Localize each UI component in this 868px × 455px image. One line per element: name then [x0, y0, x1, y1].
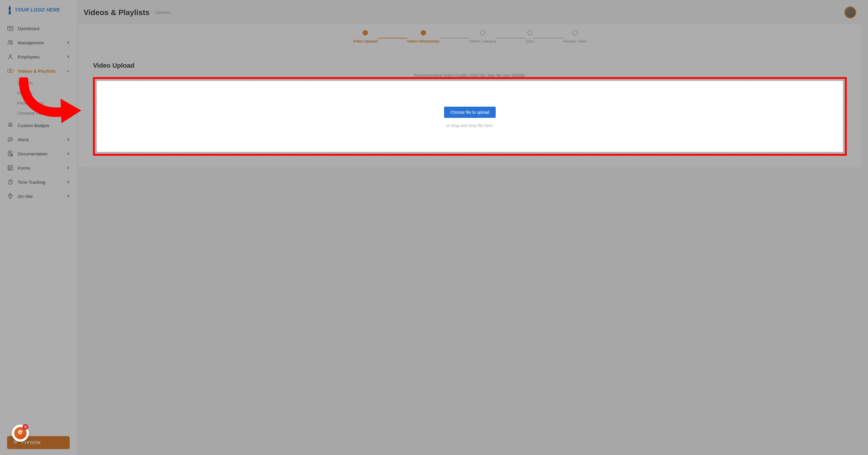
chevron-right-icon [67, 55, 70, 58]
sidebar-subitems: Libraries Playlists Priority Videos Comp… [0, 78, 77, 118]
chevron-right-icon [67, 166, 70, 169]
svg-point-8 [9, 139, 10, 139]
alert-icon [7, 137, 13, 142]
sidebar-item-employees[interactable]: Employees [0, 50, 77, 64]
sidebar-item-custom-badges[interactable]: Custom Badges [0, 118, 77, 132]
nav-label: Time Tracking [18, 180, 45, 184]
breadcrumb: Libraries [154, 10, 170, 15]
panel-title: Video Upload [93, 62, 847, 73]
sidebar-item-alerts[interactable]: Alerts [0, 132, 77, 146]
nav-label: Custom Badges [18, 123, 49, 128]
form-icon [7, 165, 13, 171]
logo-icon [7, 5, 12, 15]
step-review-video[interactable]: Review Video [563, 30, 587, 44]
step-connector [440, 38, 469, 38]
step-video-information[interactable]: Video Information [407, 30, 440, 44]
people-icon [7, 39, 13, 46]
svg-point-21 [9, 169, 9, 170]
step-circle-icon [421, 30, 426, 35]
video-icon [7, 68, 13, 74]
stepper: Video Upload Video Information Select Ca… [85, 30, 855, 44]
step-select-category[interactable]: Select Category [469, 30, 497, 44]
sidebar: YOUR LOGO HERE Dashboard Management Empl… [0, 0, 77, 455]
nav-label: On-Site [18, 194, 33, 199]
chevron-right-icon [67, 152, 70, 155]
sidebar-item-documentation[interactable]: Documentation [0, 146, 77, 161]
nav-label: Management [18, 40, 44, 45]
step-connector [534, 38, 563, 38]
step-circle-icon [363, 30, 368, 35]
person-icon [7, 54, 13, 60]
upload-panel: Video Upload Recommended Video Quality 1… [85, 54, 855, 165]
chevron-down-icon [67, 69, 70, 73]
logo-text: YOUR LOGO HERE [15, 7, 60, 13]
step-connector [378, 38, 407, 38]
page-title: Videos & Playlists [84, 8, 150, 17]
nav-label: Alerts [18, 137, 29, 142]
location-icon [7, 193, 13, 199]
step-connector [496, 38, 526, 38]
svg-line-25 [10, 182, 11, 183]
content-card: Video Upload Video Information Select Ca… [78, 24, 862, 168]
clock-icon [7, 179, 13, 185]
step-quiz[interactable]: Quiz [526, 30, 534, 44]
sidebar-item-time-tracking[interactable]: Time Tracking [0, 175, 77, 189]
step-circle-icon [527, 30, 533, 35]
main-content: Videos & Playlists Libraries Video Uploa… [77, 0, 868, 455]
nav-label: Dashboard [18, 26, 39, 31]
badge-icon [7, 122, 13, 128]
sidebar-item-forms[interactable]: Forms [0, 161, 77, 175]
svg-point-10 [11, 139, 11, 139]
svg-point-5 [9, 55, 11, 57]
step-label: Video Upload [353, 39, 378, 44]
sidebar-subitem-priority-videos[interactable]: Priority Videos [17, 98, 77, 108]
page-header: Videos & Playlists Libraries [78, 0, 862, 24]
svg-point-17 [9, 167, 9, 167]
svg-line-27 [12, 180, 13, 181]
step-label: Video Information [407, 39, 440, 44]
notification-badge[interactable]: 9 [12, 425, 29, 442]
sidebar-item-on-site[interactable]: On-Site [0, 189, 77, 203]
step-label: Quiz [526, 39, 534, 44]
highlight-annotation: Choose file to upload or drag and drop f… [93, 77, 847, 156]
chevron-right-icon [67, 180, 70, 183]
choose-file-button[interactable]: Choose file to upload [444, 107, 496, 118]
chevron-right-icon [67, 195, 70, 198]
step-circle-icon [572, 30, 578, 35]
svg-point-3 [8, 40, 10, 42]
dropzone[interactable]: Choose file to upload or drag and drop f… [97, 81, 843, 152]
svg-point-4 [11, 41, 12, 42]
svg-point-28 [10, 195, 11, 196]
chevron-right-icon [67, 138, 70, 141]
sidebar-item-dashboard[interactable]: Dashboard [0, 21, 77, 35]
document-icon [7, 151, 13, 157]
step-label: Select Category [469, 39, 497, 44]
sidebar-subitem-libraries[interactable]: Libraries [17, 78, 77, 88]
nav-label: Documentation [18, 151, 48, 156]
step-video-upload[interactable]: Video Upload [353, 30, 378, 44]
nav-label: Videos & Playlists [18, 68, 56, 74]
tyfoom-label: TYFOOM [21, 440, 41, 445]
dashboard-icon [7, 25, 13, 31]
chevron-right-icon [67, 41, 70, 44]
logo[interactable]: YOUR LOGO HERE [0, 5, 77, 21]
nav-label: Employees [18, 54, 39, 59]
badge-count: 9 [23, 424, 28, 430]
avatar[interactable] [844, 6, 856, 18]
sidebar-subitem-playlists[interactable]: Playlists [17, 88, 77, 98]
sidebar-subitem-company-video-library[interactable]: Company Video Library [17, 108, 77, 118]
svg-point-9 [10, 139, 11, 139]
step-label: Review Video [563, 39, 587, 44]
svg-point-19 [9, 168, 9, 168]
sidebar-item-videos-playlists[interactable]: Videos & Playlists [0, 64, 77, 78]
dropzone-hint: or drag and drop file here. [103, 123, 837, 128]
nav-label: Forms [18, 166, 30, 170]
sidebar-item-management[interactable]: Management [0, 35, 77, 50]
step-circle-icon [480, 30, 485, 35]
svg-rect-11 [8, 151, 12, 156]
